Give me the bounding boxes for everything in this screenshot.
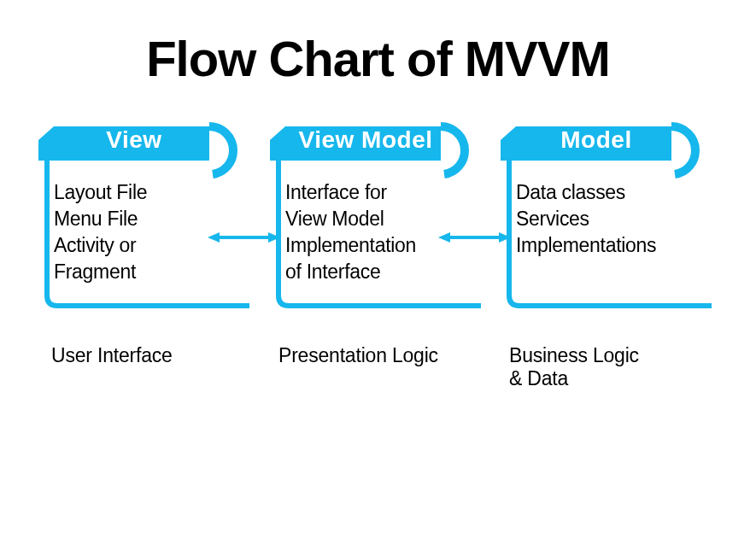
card-viewmodel: View Model Interface for View Model Impl… xyxy=(270,120,483,310)
card-model: Model Data classes Services Implementati… xyxy=(501,120,714,310)
caption-viewmodel: Presentation Logic xyxy=(278,344,438,367)
card-model-header: Model xyxy=(501,120,714,161)
svg-marker-2 xyxy=(268,232,280,243)
card-view-header: View xyxy=(38,120,252,161)
card-viewmodel-header-label: View Model xyxy=(290,120,441,161)
card-model-body: Data classes Services Implementations xyxy=(501,161,714,310)
card-view-header-label: View xyxy=(59,120,209,161)
card-view: View Layout File Menu File Activity or F… xyxy=(38,120,252,310)
card-model-header-label: Model xyxy=(521,120,671,161)
svg-marker-1 xyxy=(208,232,220,243)
diagram-title: Flow Chart of MVVM xyxy=(146,30,610,87)
caption-model: Business Logic & Data xyxy=(509,344,639,390)
arrow-viewmodel-to-model xyxy=(438,236,511,239)
card-model-body-text: Data classes Services Implementations xyxy=(516,179,702,259)
card-viewmodel-header: View Model xyxy=(270,120,483,161)
svg-marker-5 xyxy=(499,232,511,243)
arrow-view-to-viewmodel xyxy=(208,236,280,239)
svg-marker-4 xyxy=(438,232,450,243)
caption-view: User Interface xyxy=(51,344,173,367)
